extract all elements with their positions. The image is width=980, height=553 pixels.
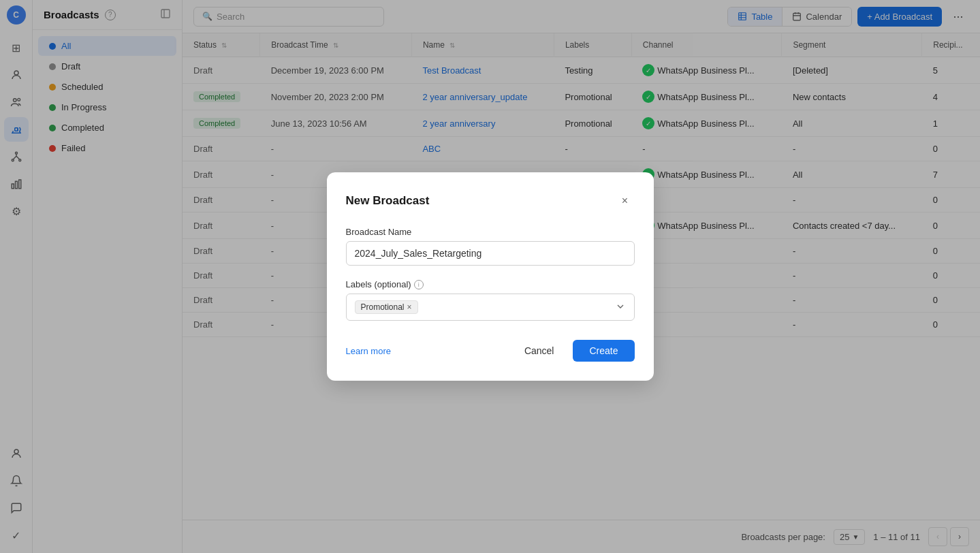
promotional-tag-label: Promotional	[361, 302, 405, 312]
close-icon: ×	[622, 195, 628, 207]
cancel-button[interactable]: Cancel	[511, 340, 568, 362]
broadcast-name-label: Broadcast Name	[346, 227, 635, 237]
modal-close-button[interactable]: ×	[616, 191, 635, 210]
promotional-tag: Promotional ×	[355, 300, 418, 314]
labels-group: Labels (optional) i Promotional ×	[346, 279, 635, 321]
broadcast-name-input[interactable]	[346, 241, 635, 266]
create-button[interactable]: Create	[573, 340, 634, 362]
learn-more-link[interactable]: Learn more	[346, 346, 391, 356]
modal-header: New Broadcast ×	[346, 191, 635, 210]
labels-dropdown-icon[interactable]	[615, 301, 626, 314]
modal-overlay[interactable]: New Broadcast × Broadcast Name Labels (o…	[0, 0, 980, 553]
info-symbol: i	[418, 281, 420, 288]
labels-label: Labels (optional) i	[346, 279, 635, 289]
modal-title: New Broadcast	[346, 194, 430, 208]
broadcast-name-group: Broadcast Name	[346, 227, 635, 266]
new-broadcast-modal: New Broadcast × Broadcast Name Labels (o…	[327, 172, 654, 381]
labels-input[interactable]: Promotional ×	[346, 294, 635, 321]
labels-label-text: Labels (optional)	[346, 279, 411, 289]
modal-footer: Learn more Cancel Create	[346, 340, 635, 362]
remove-label-button[interactable]: ×	[407, 302, 412, 312]
modal-actions: Cancel Create	[511, 340, 635, 362]
labels-info-icon: i	[414, 280, 424, 289]
broadcast-name-label-text: Broadcast Name	[346, 227, 412, 237]
